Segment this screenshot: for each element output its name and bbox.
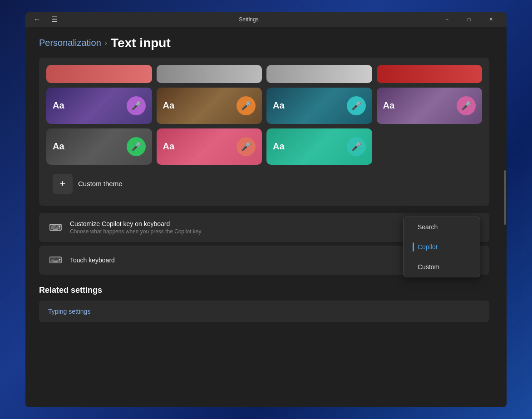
theme-mic-7: 🎤 [347,96,366,115]
theme-aa-label: Aa [53,100,64,111]
theme-aa-label: Aa [163,141,175,152]
dropdown-custom-label: Custom [418,263,439,271]
breadcrumb-separator: › [105,39,107,47]
window-title: Settings [65,16,432,23]
top-theme-3[interactable] [266,65,372,83]
custom-plus-icon: + [53,174,73,194]
theme-aa-label: Aa [273,141,285,152]
theme-mic-9: 🎤 [127,137,146,156]
theme-grid-row3: Aa 🎤 Aa 🎤 Aa 🎤 [46,128,482,165]
theme-aa-label: Aa [273,100,285,111]
top-row-themes [46,65,482,83]
copilot-section: ⌨ Customize Copilot key on keyboard Choo… [39,213,489,242]
theme-mic-6: 🎤 [236,96,256,115]
maximize-button[interactable]: □ [458,12,479,27]
scrollbar-thumb [504,170,506,225]
breadcrumb: Personalization › Text input [39,36,493,50]
keyboard-icon: ⌨ [48,220,63,235]
dropdown-copilot-label: Copilot [418,243,438,251]
dropdown-item-search[interactable]: Search [404,217,480,237]
theme-aa-label: Aa [163,100,175,111]
theme-empty-slot [377,128,483,165]
window-controls: − □ ✕ [437,12,501,27]
title-bar: ← ☰ Settings − □ ✕ [25,12,507,27]
settings-window: ← ☰ Settings − □ ✕ Personalization › Tex… [25,12,507,407]
scroll-area[interactable]: Aa 🎤 Aa 🎤 Aa 🎤 Aa 🎤 [39,58,493,398]
theme-grid-row2: Aa 🎤 Aa 🎤 Aa 🎤 Aa 🎤 [46,88,482,124]
theme-card-10[interactable]: Aa 🎤 [157,128,262,165]
theme-card-6[interactable]: Aa 🎤 [157,88,262,124]
custom-theme-label: Custom theme [78,180,123,187]
menu-button[interactable]: ☰ [48,13,61,26]
related-settings-section: Related settings Typing settings [39,286,489,322]
touch-keyboard-icon: ⌨ [48,253,63,267]
main-content: Personalization › Text input [25,27,507,407]
top-theme-1[interactable] [46,65,152,83]
breadcrumb-current: Text input [111,36,171,50]
dropdown-search-label: Search [418,223,438,231]
minimize-button[interactable]: − [437,12,458,27]
dropdown-item-custom[interactable]: Custom [404,257,480,277]
scrollbar-track[interactable] [503,27,507,407]
dropdown-menu: Search Copilot Custom [403,217,480,277]
content-area: Personalization › Text input [25,27,507,407]
custom-theme-button[interactable]: + Custom theme [46,169,482,198]
related-item-typing[interactable]: Typing settings [39,301,489,322]
theme-card-7[interactable]: Aa 🎤 [266,88,372,124]
top-theme-2[interactable] [157,65,262,83]
theme-aa-label: Aa [53,141,64,152]
related-item-label: Typing settings [48,308,90,315]
close-button[interactable]: ✕ [480,12,501,27]
theme-card-8[interactable]: Aa 🎤 [377,88,483,124]
back-button[interactable]: ← [31,13,44,26]
theme-mic-11: 🎤 [347,137,366,156]
theme-mic-8: 🎤 [457,96,476,115]
theme-mic-5: 🎤 [127,96,146,115]
related-settings-title: Related settings [39,286,489,295]
theme-mic-10: 🎤 [236,137,256,156]
theme-card-11[interactable]: Aa 🎤 [266,128,372,165]
theme-aa-label: Aa [383,100,395,111]
breadcrumb-parent[interactable]: Personalization [39,38,101,48]
theme-card-9[interactable]: Aa 🎤 [46,128,152,165]
dropdown-item-copilot[interactable]: Copilot [404,237,480,257]
top-theme-4[interactable] [377,65,483,83]
selected-indicator [413,242,414,251]
themes-container: Aa 🎤 Aa 🎤 Aa 🎤 Aa 🎤 [39,58,489,206]
theme-card-5[interactable]: Aa 🎤 [46,88,152,124]
